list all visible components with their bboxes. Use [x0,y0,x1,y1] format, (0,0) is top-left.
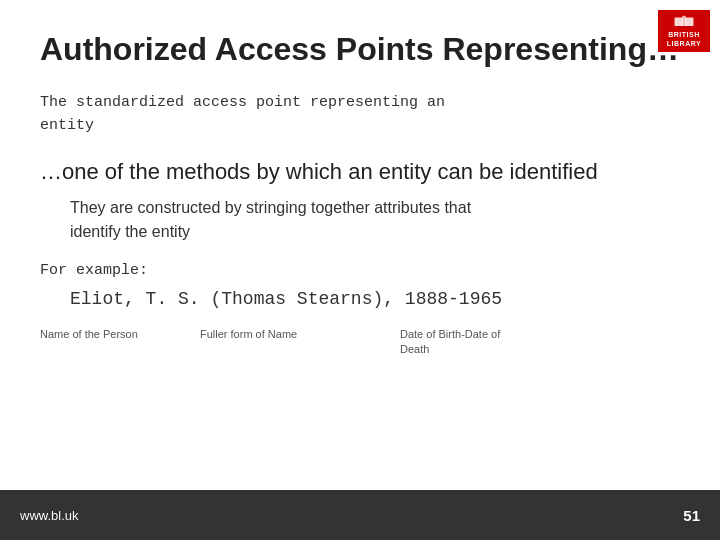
subtitle-line2: entity [40,117,94,134]
logo-text: BRITISHLIBRARY [667,30,701,48]
subtitle-block: The standardized access point representi… [40,92,680,137]
svg-rect-0 [675,17,684,26]
label-name: Name of the Person [40,327,200,357]
svg-rect-1 [685,17,694,26]
label-date: Date of Birth-Date ofDeath [400,327,600,357]
label-fuller: Fuller form of Name [200,327,400,357]
footer-url: www.bl.uk [20,508,79,523]
example-value: Eliot, T. S. (Thomas Stearns), 1888-1965 [70,289,680,309]
labels-row: Name of the Person Fuller form of Name D… [40,327,680,357]
for-example-label: For example: [40,262,680,279]
british-library-logo: BRITISHLIBRARY [658,10,710,52]
section1-heading: …one of the methods by which an entity c… [40,157,680,188]
footer: www.bl.uk 51 [0,490,720,540]
main-content: Authorized Access Points Representing… T… [0,0,720,490]
footer-page: 51 [683,507,700,524]
page-title: Authorized Access Points Representing… [40,30,680,68]
subtitle-line1: The standardized access point representi… [40,94,445,111]
svg-rect-2 [682,16,685,26]
section1-sub: They are constructed by stringing togeth… [70,196,680,244]
